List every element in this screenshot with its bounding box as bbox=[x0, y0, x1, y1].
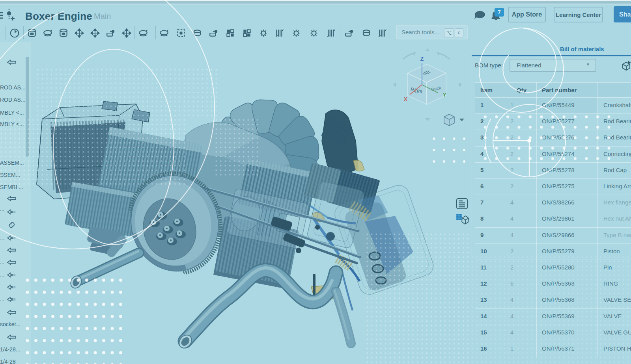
svg-text:X: X bbox=[404, 96, 407, 102]
svg-text:Z: Z bbox=[420, 56, 424, 62]
svg-text:Y: Y bbox=[443, 92, 446, 98]
